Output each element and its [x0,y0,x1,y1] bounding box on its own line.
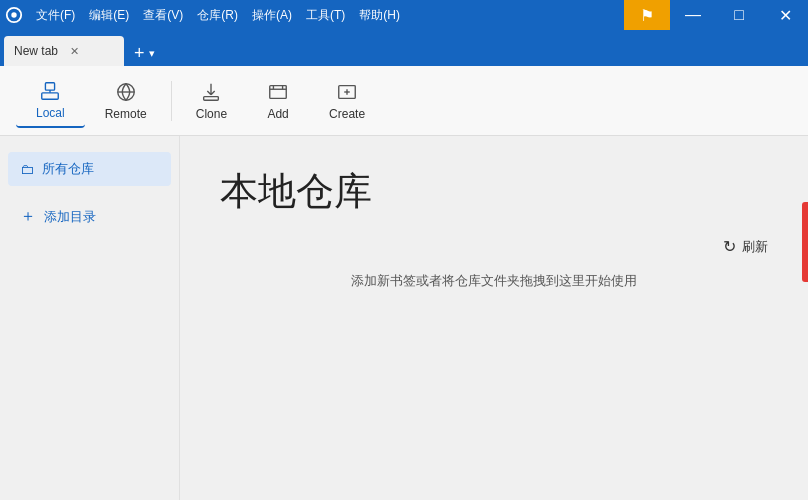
toolbar-clone-label: Clone [196,107,227,121]
page-title: 本地仓库 [220,166,768,217]
svg-rect-7 [270,85,287,98]
toolbar-remote-button[interactable]: Remote [85,75,167,127]
menu-actions[interactable]: 操作(A) [246,5,298,26]
sidebar-add-directory[interactable]: ＋ 添加目录 [8,198,171,235]
menu-bar: 文件(F) 编辑(E) 查看(V) 仓库(R) 操作(A) 工具(T) 帮助(H… [30,5,406,26]
title-bar-controls: ⚑ — □ ✕ [624,0,808,30]
sidebar: 🗀 所有仓库 ＋ 添加目录 [0,136,180,500]
refresh-button[interactable]: ↻ 刷新 [723,237,768,256]
menu-edit[interactable]: 编辑(E) [83,5,135,26]
menu-repo[interactable]: 仓库(R) [191,5,244,26]
svg-rect-6 [204,96,219,100]
svg-rect-2 [42,92,59,98]
maximize-button[interactable]: □ [716,0,762,30]
tab-label: New tab [14,44,58,58]
content-body: ↻ 刷新 添加新书签或者将仓库文件夹拖拽到这里开始使用 [220,237,768,470]
sidebar-item-label: 所有仓库 [42,160,94,178]
app-icon [4,5,24,25]
menu-view[interactable]: 查看(V) [137,5,189,26]
new-tab-area[interactable]: + ▾ [128,40,161,66]
sidebar-add-label: 添加目录 [44,208,96,226]
new-tab-icon: + [134,44,145,62]
toolbar-remote-label: Remote [105,107,147,121]
title-bar-left: 文件(F) 编辑(E) 查看(V) 仓库(R) 操作(A) 工具(T) 帮助(H… [4,5,406,26]
toolbar: Local Remote Clone Add [0,66,808,136]
toolbar-create-label: Create [329,107,365,121]
tab-close-button[interactable]: ✕ [66,43,82,59]
menu-tools[interactable]: 工具(T) [300,5,351,26]
main-content: 🗀 所有仓库 ＋ 添加目录 本地仓库 ↻ 刷新 添加新书签或者将仓库文件夹拖拽到… [0,136,808,500]
minimize-button[interactable]: — [670,0,716,30]
svg-point-1 [11,12,16,17]
menu-help[interactable]: 帮助(H) [353,5,406,26]
toolbar-add-label: Add [267,107,288,121]
tab-bar: New tab ✕ + ▾ [0,30,808,66]
toolbar-local-button[interactable]: Local [16,74,85,128]
refresh-label: 刷新 [742,238,768,256]
toolbar-local-label: Local [36,106,65,120]
tab-dropdown-icon[interactable]: ▾ [149,47,155,60]
sidebar-item-all-repos[interactable]: 🗀 所有仓库 [8,152,171,186]
red-accent-bar [802,202,808,282]
title-bar: 文件(F) 编辑(E) 查看(V) 仓库(R) 操作(A) 工具(T) 帮助(H… [0,0,808,30]
empty-hint: 添加新书签或者将仓库文件夹拖拽到这里开始使用 [351,272,637,290]
toolbar-clone-button[interactable]: Clone [176,75,247,127]
toolbar-create-button[interactable]: Create [309,75,385,127]
active-tab[interactable]: New tab ✕ [4,36,124,66]
content-area: 本地仓库 ↻ 刷新 添加新书签或者将仓库文件夹拖拽到这里开始使用 [180,136,808,500]
flag-button[interactable]: ⚑ [624,0,670,30]
close-button[interactable]: ✕ [762,0,808,30]
refresh-icon: ↻ [723,237,736,256]
toolbar-divider [171,81,172,121]
menu-file[interactable]: 文件(F) [30,5,81,26]
toolbar-add-button[interactable]: Add [247,75,309,127]
svg-rect-3 [46,82,55,89]
add-icon: ＋ [20,206,36,227]
folder-icon: 🗀 [20,161,34,177]
